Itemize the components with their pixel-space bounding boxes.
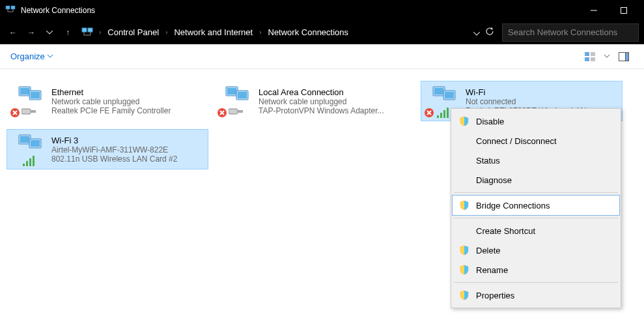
shield-icon xyxy=(459,265,469,275)
preview-pane-button[interactable] xyxy=(614,48,634,66)
chevron-right-icon: › xyxy=(99,29,101,36)
svg-rect-1 xyxy=(11,6,15,9)
menu-properties[interactable]: Properties xyxy=(453,285,619,305)
error-icon xyxy=(424,108,434,118)
svg-rect-40 xyxy=(20,136,29,143)
connection-local-area[interactable]: Local Area Connection Network cable unpl… xyxy=(214,81,415,121)
menu-rename[interactable]: Rename xyxy=(453,260,619,280)
shield-icon xyxy=(459,290,469,300)
signal-icon xyxy=(437,108,450,118)
title-bar: Network Connections xyxy=(0,0,644,21)
address-dropdown-icon[interactable] xyxy=(473,27,480,38)
organize-button[interactable]: Organize xyxy=(10,51,53,61)
svg-rect-10 xyxy=(585,57,589,61)
svg-rect-21 xyxy=(21,109,31,114)
wifi-icon xyxy=(10,132,48,167)
connection-status: Network cable unplugged xyxy=(259,97,384,106)
content-area: Ethernet Network cable unplugged Realtek… xyxy=(0,69,644,333)
organize-label: Organize xyxy=(10,51,45,61)
minimize-button[interactable] xyxy=(579,0,609,21)
signal-icon xyxy=(23,156,36,166)
svg-rect-38 xyxy=(447,108,449,118)
menu-label: Properties xyxy=(476,291,514,300)
view-dropdown-button[interactable] xyxy=(602,48,611,66)
recent-locations-button[interactable] xyxy=(42,23,57,42)
svg-rect-6 xyxy=(585,52,589,56)
chevron-down-icon xyxy=(48,55,53,58)
chevron-right-icon: › xyxy=(259,29,261,36)
error-icon xyxy=(10,108,20,118)
menu-separator xyxy=(454,218,618,218)
error-icon xyxy=(217,108,227,118)
refresh-button[interactable] xyxy=(485,27,494,38)
menu-bridge-connections[interactable]: Bridge Connections xyxy=(453,195,619,215)
connection-name: Wi-Fi xyxy=(466,87,586,97)
svg-rect-42 xyxy=(31,140,40,147)
back-button[interactable]: ← xyxy=(5,23,21,42)
svg-rect-26 xyxy=(238,92,247,98)
svg-rect-29 xyxy=(238,110,243,113)
search-input[interactable]: Search Network Connections xyxy=(502,23,639,42)
menu-label: Bridge Connections xyxy=(476,201,550,210)
svg-rect-24 xyxy=(227,88,236,94)
svg-rect-15 xyxy=(626,52,629,61)
connection-name: Local Area Connection xyxy=(259,87,384,97)
ethernet-icon xyxy=(217,84,255,119)
menu-label: Status xyxy=(476,156,500,166)
connection-ethernet[interactable]: Ethernet Network cable unplugged Realtek… xyxy=(7,81,208,121)
svg-rect-35 xyxy=(437,115,439,118)
svg-rect-36 xyxy=(440,113,442,118)
svg-rect-46 xyxy=(33,156,35,166)
up-button[interactable]: ↑ xyxy=(60,23,76,42)
svg-rect-37 xyxy=(443,110,445,118)
breadcrumb-network-internet[interactable]: Network and Internet xyxy=(174,27,253,37)
forward-button[interactable]: → xyxy=(23,23,39,42)
menu-label: Rename xyxy=(476,265,508,275)
connection-device: TAP-ProtonVPN Windows Adapter... xyxy=(259,106,384,115)
connection-device: 802.11n USB Wireless LAN Card #2 xyxy=(51,154,177,164)
location-icon xyxy=(81,26,94,39)
context-menu: Disable Connect / Disconnect Status Diag… xyxy=(451,108,621,308)
svg-rect-45 xyxy=(29,158,31,166)
ethernet-icon xyxy=(10,84,48,119)
svg-rect-17 xyxy=(20,88,29,94)
menu-separator xyxy=(454,282,618,283)
window-title: Network Connections xyxy=(21,6,579,15)
menu-create-shortcut[interactable]: Create Shortcut xyxy=(453,221,619,240)
connection-status: Not connected xyxy=(466,97,586,106)
menu-status[interactable]: Status xyxy=(453,151,619,170)
view-options-button[interactable] xyxy=(580,48,600,66)
menu-label: Delete xyxy=(476,246,501,255)
menu-delete[interactable]: Delete xyxy=(453,240,619,260)
breadcrumb-control-panel[interactable]: Control Panel xyxy=(107,27,159,37)
menu-label: Diagnose xyxy=(476,175,512,185)
app-icon xyxy=(5,5,16,16)
menu-diagnose[interactable]: Diagnose xyxy=(453,170,619,190)
svg-rect-5 xyxy=(88,28,92,32)
connection-wifi-3[interactable]: Wi-Fi 3 Airtel-MyWiFi-AMF-311WW-822E 802… xyxy=(7,129,208,169)
shield-icon xyxy=(459,200,469,210)
svg-rect-33 xyxy=(445,92,454,98)
menu-label: Connect / Disconnect xyxy=(476,136,557,146)
svg-rect-4 xyxy=(82,28,87,32)
svg-rect-19 xyxy=(31,92,40,98)
svg-rect-22 xyxy=(31,110,36,113)
svg-rect-43 xyxy=(23,164,25,166)
command-bar: Organize xyxy=(0,44,644,69)
breadcrumb-network-connections[interactable]: Network Connections xyxy=(268,27,349,37)
connection-status: Airtel-MyWiFi-AMF-311WW-822E xyxy=(51,145,177,154)
connection-name: Ethernet xyxy=(51,87,171,97)
menu-connect-disconnect[interactable]: Connect / Disconnect xyxy=(453,131,619,151)
svg-rect-31 xyxy=(434,88,443,94)
menu-separator xyxy=(454,192,618,193)
connection-device: Realtek PCIe FE Family Controller xyxy=(51,106,171,115)
svg-rect-44 xyxy=(26,161,28,166)
maximize-button[interactable] xyxy=(609,0,639,21)
shield-icon xyxy=(459,116,469,126)
menu-disable[interactable]: Disable xyxy=(453,111,619,131)
svg-rect-3 xyxy=(621,8,627,14)
shield-icon xyxy=(459,245,469,255)
address-breadcrumb[interactable]: › Control Panel › Network and Internet ›… xyxy=(99,27,471,37)
chevron-right-icon: › xyxy=(165,29,167,36)
svg-rect-0 xyxy=(6,6,10,9)
